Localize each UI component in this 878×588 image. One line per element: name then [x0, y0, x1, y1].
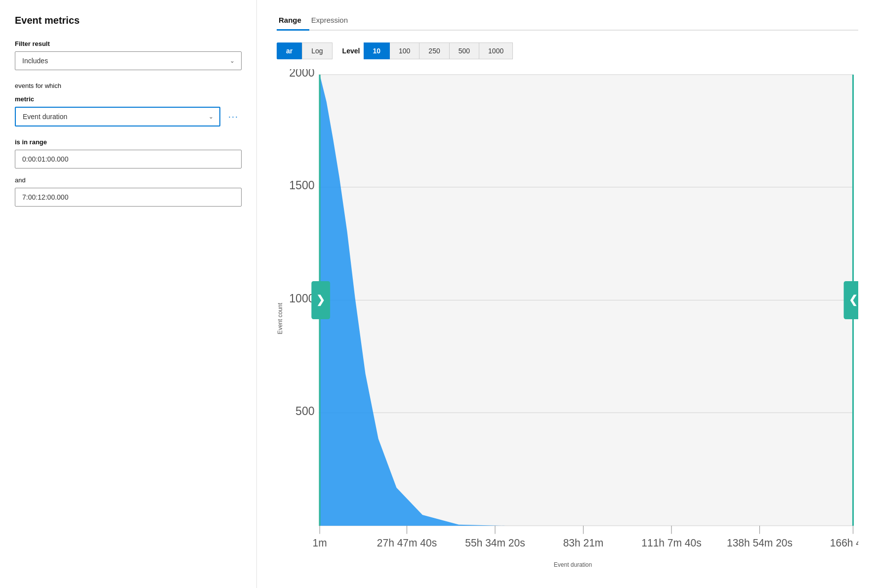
metric-more-button[interactable]: ··· — [225, 110, 242, 124]
events-for-which-label: events for which — [15, 82, 242, 89]
chart-inner: 2000 1500 1000 500 — [288, 69, 858, 568]
metric-select-wrapper: Event duration Event count ⌄ — [15, 107, 220, 126]
range-start-input[interactable] — [15, 150, 242, 168]
svg-text:138h 54m 20s: 138h 54m 20s — [727, 537, 793, 549]
svg-text:❯: ❯ — [316, 294, 325, 307]
level-100-button[interactable]: 100 — [390, 42, 419, 59]
and-label: and — [15, 176, 242, 184]
range-end-input[interactable] — [15, 188, 242, 207]
toggle-log-button[interactable]: Log — [302, 42, 332, 59]
svg-text:1500: 1500 — [289, 179, 314, 192]
filter-result-label: Filter result — [15, 40, 242, 47]
svg-text:27h 47m 40s: 27h 47m 40s — [377, 537, 437, 549]
level-500-button[interactable]: 500 — [450, 42, 479, 59]
svg-text:500: 500 — [295, 404, 315, 418]
y-axis-label: Event count — [277, 303, 284, 334]
filter-result-select-wrapper: Includes Excludes ⌄ — [15, 51, 242, 70]
svg-text:83h 21m: 83h 21m — [563, 537, 604, 549]
level-250-button[interactable]: 250 — [419, 42, 449, 59]
level-label: Level — [342, 47, 360, 55]
x-axis-label: Event duration — [288, 561, 858, 568]
tab-expression[interactable]: Expression — [309, 12, 356, 31]
metric-select[interactable]: Event duration Event count — [15, 107, 220, 126]
svg-text:111h 7m 40s: 111h 7m 40s — [641, 537, 701, 549]
right-panel: Range Expression ar Log Level 10 100 250… — [257, 0, 878, 588]
svg-text:2000: 2000 — [289, 69, 314, 80]
svg-text:❮: ❮ — [849, 294, 858, 307]
level-1000-button[interactable]: 1000 — [479, 42, 513, 59]
svg-text:1m: 1m — [313, 537, 327, 549]
metric-label: metric — [15, 95, 242, 103]
chart-svg: 2000 1500 1000 500 — [288, 69, 858, 558]
toggle-bar-button[interactable]: ar — [277, 42, 302, 59]
level-10-button[interactable]: 10 — [364, 42, 390, 59]
chart-area: Event count 2000 1500 1000 500 — [277, 69, 858, 568]
svg-text:1000: 1000 — [289, 292, 314, 305]
tab-bar: Range Expression — [277, 12, 858, 31]
panel-title: Event metrics — [15, 15, 242, 26]
controls-bar: ar Log Level 10 100 250 500 1000 — [277, 42, 858, 59]
tab-range[interactable]: Range — [277, 12, 309, 31]
filter-result-select[interactable]: Includes Excludes — [15, 51, 242, 70]
svg-text:166h 41m: 166h 41m — [830, 537, 858, 549]
metric-row: Event duration Event count ⌄ ··· — [15, 107, 242, 126]
chart-svg-wrap: 2000 1500 1000 500 — [288, 69, 858, 558]
left-panel: Event metrics Filter result Includes Exc… — [0, 0, 257, 588]
is-in-range-label: is in range — [15, 138, 242, 146]
svg-text:55h 34m 20s: 55h 34m 20s — [465, 537, 525, 549]
